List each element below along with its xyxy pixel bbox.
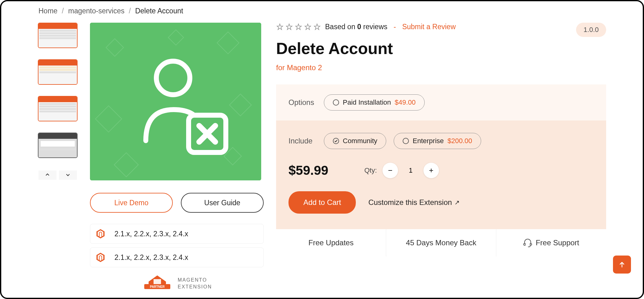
option-paid-installation[interactable]: Paid Installation $49.00 xyxy=(324,94,425,111)
breadcrumb-current: Delete Account xyxy=(135,7,183,15)
product-title: Delete Account xyxy=(276,39,606,58)
thumbnail-1[interactable] xyxy=(38,23,78,48)
include-enterprise-price: $200.00 xyxy=(448,137,472,145)
thumb-prev-button[interactable] xyxy=(38,170,56,180)
magento-icon xyxy=(96,229,105,238)
chevron-up-icon xyxy=(45,173,50,177)
compat-versions: 2.1.x, 2.2.x, 2.3.x, 2.4.x xyxy=(114,230,188,238)
submit-review-link[interactable]: Submit a Review xyxy=(402,23,456,31)
partner-line1: MAGENTO xyxy=(178,277,212,283)
product-subtitle: for Magento 2 xyxy=(276,63,606,72)
options-label: Options xyxy=(288,98,316,107)
radio-checked-icon xyxy=(333,138,339,144)
partner-badge: PARTNER MAGENTO EXTENSION xyxy=(90,275,264,292)
compat-versions: 2.1.x, 2.2.x, 2.3.x, 2.4.x xyxy=(114,253,188,262)
svg-text:PARTNER: PARTNER xyxy=(150,285,165,288)
headset-icon xyxy=(523,238,532,247)
review-count-text: Based on 0 reviews xyxy=(325,23,387,31)
thumbnail-strip xyxy=(38,23,78,292)
customize-extension-link[interactable]: Customize this Extension ↗ xyxy=(368,198,459,207)
star-icon xyxy=(304,23,311,31)
plus-icon xyxy=(428,168,434,173)
include-enterprise[interactable]: Enterprise $200.00 xyxy=(394,133,481,149)
customize-label: Customize this Extension xyxy=(368,198,452,207)
qty-increment-button[interactable] xyxy=(423,163,439,178)
compat-row-1: 2.1.x, 2.2.x, 2.3.x, 2.4.x xyxy=(90,224,264,244)
star-icon xyxy=(276,23,284,31)
breadcrumb-category[interactable]: magento-services xyxy=(68,7,125,15)
partner-line2: EXTENSION xyxy=(178,283,212,290)
thumbnail-4[interactable] xyxy=(38,133,78,158)
qty-input[interactable] xyxy=(404,166,418,174)
compat-row-2: 2.1.x, 2.2.x, 2.3.x, 2.4.x xyxy=(90,247,264,267)
breadcrumb: Home / magento-services / Delete Account xyxy=(1,5,643,23)
breadcrumb-home[interactable]: Home xyxy=(38,7,57,15)
version-badge: 1.0.0 xyxy=(576,23,606,37)
user-guide-button[interactable]: User Guide xyxy=(181,193,264,213)
include-enterprise-label: Enterprise xyxy=(413,137,444,145)
benefit-money-back: 45 Days Money Back xyxy=(386,229,496,256)
rating-stars[interactable] xyxy=(276,23,321,31)
thumbnail-3[interactable] xyxy=(38,96,78,121)
include-community-label: Community xyxy=(343,137,377,145)
scroll-to-top-button[interactable] xyxy=(613,256,631,274)
live-demo-button[interactable]: Live Demo xyxy=(90,193,173,213)
option-price: $49.00 xyxy=(395,98,415,106)
thumbnail-2[interactable] xyxy=(38,59,78,85)
breadcrumb-sep: / xyxy=(62,7,64,15)
thumb-next-button[interactable] xyxy=(59,170,77,180)
include-community[interactable]: Community xyxy=(324,133,386,149)
magento-icon xyxy=(96,253,105,262)
chevron-down-icon xyxy=(66,173,70,177)
benefit-free-support: Free Support xyxy=(496,229,606,256)
star-icon xyxy=(285,23,293,31)
include-label: Include xyxy=(288,137,316,145)
radio-icon xyxy=(333,99,339,106)
minus-icon xyxy=(387,168,393,173)
arrow-ne-icon: ↗ xyxy=(454,199,460,206)
breadcrumb-sep: / xyxy=(129,7,131,15)
option-label: Paid Installation xyxy=(343,98,391,106)
add-to-cart-button[interactable]: Add to Cart xyxy=(288,191,356,214)
qty-decrement-button[interactable] xyxy=(382,163,398,178)
benefit-free-updates: Free Updates xyxy=(276,229,386,256)
star-icon xyxy=(313,23,321,31)
review-sep: - xyxy=(394,23,396,31)
main-product-image xyxy=(90,23,261,180)
product-price: $59.99 xyxy=(288,163,328,178)
svg-rect-12 xyxy=(154,279,161,284)
qty-label: Qty: xyxy=(364,166,377,174)
star-icon xyxy=(295,23,302,31)
arrow-up-icon xyxy=(619,261,625,268)
radio-icon xyxy=(403,138,409,144)
